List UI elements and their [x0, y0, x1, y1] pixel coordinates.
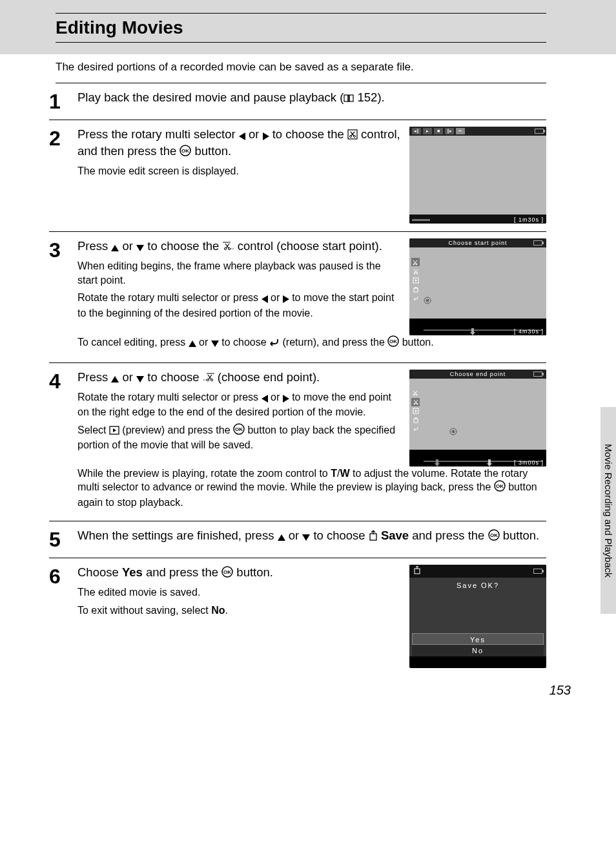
progress-thumb — [469, 327, 477, 335]
ok-icon: OK — [180, 145, 191, 160]
text: to choose — [310, 529, 369, 542]
text: and press the — [143, 565, 221, 579]
up-icon — [189, 337, 196, 351]
step-6-sub1: The edited movie is saved. — [77, 585, 402, 600]
step-3-sub1: When editing begins, the frame where pla… — [77, 259, 402, 287]
svg-text:OK: OK — [223, 569, 231, 575]
text: Rotate the rotary multi selector or pres… — [77, 392, 262, 403]
rule — [56, 83, 546, 83]
text: To exit without saving, select — [77, 605, 211, 616]
page-number: 153 — [549, 683, 571, 698]
svg-text:OK: OK — [490, 532, 498, 538]
time: 4m30s — [518, 328, 539, 335]
svg-text:OK: OK — [496, 483, 504, 489]
svg-rect-1 — [349, 95, 353, 101]
header-band: Editing Movies — [0, 0, 616, 54]
page-title: Editing Movies — [56, 13, 546, 43]
step-3-lead: Press or to choose the control (choose s… — [77, 238, 402, 255]
time-label: [ 4m30s ] — [514, 328, 544, 335]
step-2-sub: The movie edit screen is displayed. — [77, 164, 402, 178]
step-5: 5 When the settings are finished, press … — [49, 528, 546, 558]
text: or — [119, 239, 136, 253]
start-header: Choose start point — [409, 238, 546, 247]
time: 3m00s — [518, 459, 539, 466]
save-label: Save — [381, 529, 409, 542]
text: Rotate the rotary multi selector or pres… — [77, 292, 262, 303]
scissors-boxed-icon — [347, 128, 358, 143]
step-4-lead: Press or to choose (choose end point). — [77, 370, 402, 386]
screenshot-playback: ◂∥ ▸ ■ ∥▸ ✂ [ 1m30s ] — [409, 127, 546, 224]
text: button. — [191, 144, 231, 158]
step-num: 5 — [49, 528, 77, 550]
step-num: 6 — [49, 565, 77, 668]
step-3-sub2: Rotate the rotary multi selector or pres… — [77, 291, 402, 320]
step-4-sub1: Rotate the rotary multi selector or pres… — [77, 390, 402, 419]
text: To cancel editing, press — [77, 337, 189, 348]
text: control (choose start point). — [234, 239, 382, 253]
scissors-end-icon — [411, 267, 420, 275]
preview-icon — [411, 407, 420, 415]
step-6-lead: Choose Yes and press the OK button. — [77, 565, 402, 582]
text: to choose — [144, 370, 203, 384]
scissors-start-icon — [223, 240, 234, 255]
text: button. — [399, 337, 433, 348]
yes-label: Yes — [122, 565, 143, 579]
page-ref: 152). — [354, 90, 384, 104]
svg-rect-35 — [370, 534, 376, 540]
screenshot-end-point: Choose end point — [409, 370, 546, 466]
text: When the settings are finished, press — [77, 529, 278, 542]
return-icon — [411, 294, 420, 302]
no-label: No — [211, 605, 225, 616]
text: to choose the — [269, 127, 347, 141]
step-1: 1 Play back the desired movie and pause … — [49, 90, 546, 120]
step-3: 3 Press or to choose the control (choose… — [49, 238, 546, 363]
save-icon — [369, 529, 378, 545]
edit-icon: ✂ — [456, 128, 465, 134]
save-option-icon — [411, 285, 420, 293]
save-prompt: Save OK? — [409, 578, 546, 593]
time-label: [ 1m30s ] — [514, 216, 544, 223]
battery-icon — [533, 372, 542, 377]
text: Select — [77, 424, 109, 435]
stop-icon: ■ — [434, 128, 443, 134]
step-4-sub3: While the preview is playing, rotate the… — [77, 466, 546, 510]
text: to choose the — [144, 239, 222, 253]
dialog-no[interactable]: No — [412, 645, 544, 656]
text: or — [268, 392, 283, 403]
step-4: 4 Press or to choose (choose end point).… — [49, 370, 546, 522]
page: Editing Movies The desired portions of a… — [0, 0, 616, 702]
end-label: Choose end point — [450, 370, 506, 379]
scissors-end-icon — [411, 398, 420, 406]
edit-mode-list — [411, 258, 420, 303]
step-num: 3 — [49, 238, 77, 355]
lock-indicator-icon — [424, 295, 431, 307]
svg-rect-31 — [436, 459, 438, 463]
ok-icon: OK — [488, 529, 500, 545]
play-icon: ▸ — [423, 128, 432, 134]
up-icon — [278, 529, 285, 545]
screenshot-start-point: Choose start point — [409, 238, 546, 335]
section-tab-label: Movie Recording and Playback — [603, 444, 614, 578]
down-icon — [211, 337, 219, 351]
preview-icon — [411, 276, 420, 284]
left-icon — [262, 392, 268, 406]
playback-footer: [ 1m30s ] — [409, 215, 546, 224]
text: Press — [77, 370, 111, 384]
text: (preview) and press the — [119, 424, 233, 435]
save-option-icon — [411, 416, 420, 424]
step-2: 2 Press the rotary multi selector or to … — [49, 127, 546, 232]
forward-icon: ∥▸ — [445, 128, 454, 134]
time-label: [ 3m00s ] — [514, 459, 544, 466]
text: . — [225, 605, 228, 616]
battery-icon — [535, 129, 544, 134]
text: to choose — [219, 337, 269, 348]
save-header-icon — [413, 565, 421, 577]
text: Play back the desired movie and pause pl… — [77, 90, 344, 104]
zoom-t: T — [331, 468, 337, 479]
text: and press the — [409, 529, 488, 542]
step-num: 2 — [49, 127, 77, 224]
edit-mode-list — [411, 389, 420, 434]
text: While the preview is playing, rotate the… — [77, 468, 331, 479]
step-6: 6 Choose Yes and press the OK button. Th… — [49, 565, 546, 676]
dialog-yes[interactable]: Yes — [412, 633, 544, 645]
